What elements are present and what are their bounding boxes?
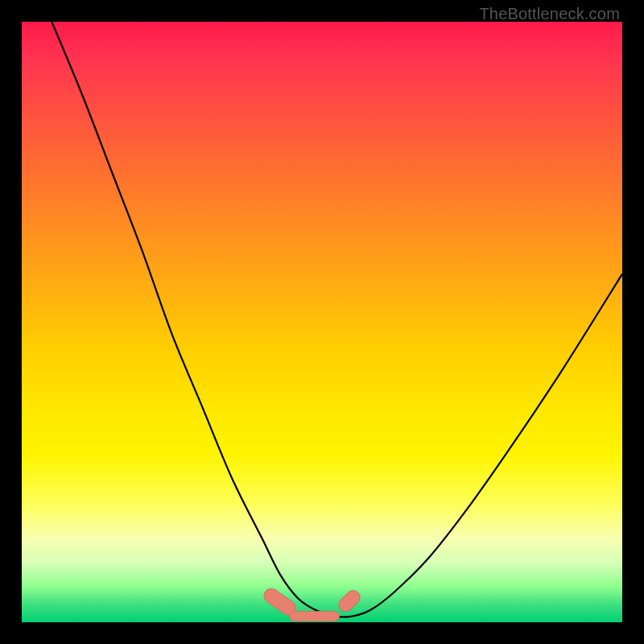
- watermark-text: TheBottleneck.com: [479, 5, 620, 23]
- right-marker: [335, 587, 363, 615]
- band-segment: [289, 611, 340, 621]
- marker-layer: [22, 22, 622, 622]
- plot-area: [22, 22, 622, 622]
